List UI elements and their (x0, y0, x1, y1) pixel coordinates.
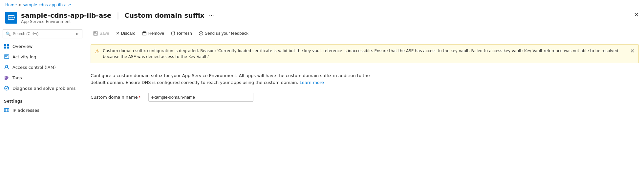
sidebar-item-activity-label: Activity log (12, 54, 36, 59)
alert-banner: ⚠ Custom domain suffix configuration is … (91, 44, 639, 63)
main-content: Save ✕ Discard Remove Refresh Send us yo… (85, 27, 644, 179)
svg-rect-3 (4, 44, 6, 46)
sidebar-item-diagnose[interactable]: Diagnose and solve problems (0, 83, 85, 93)
sidebar-item-overview[interactable]: Overview (0, 41, 85, 51)
page-header: www sample-cdns-app-ilb-ase | Custom dom… (0, 10, 644, 27)
search-box[interactable]: 🔍 « (3, 29, 82, 38)
sidebar-item-tags[interactable]: Tags (0, 72, 85, 83)
sidebar-item-overview-label: Overview (12, 44, 32, 49)
required-indicator: * (139, 95, 141, 100)
remove-button[interactable]: Remove (140, 29, 167, 37)
title-sep: | (117, 11, 119, 19)
toolbar: Save ✕ Discard Remove Refresh Send us yo… (85, 27, 644, 40)
resource-type-label: App Service Environment (21, 19, 216, 24)
svg-rect-4 (7, 44, 9, 46)
refresh-icon (171, 31, 175, 36)
overview-icon (4, 44, 9, 49)
refresh-button[interactable]: Refresh (168, 29, 195, 37)
alert-close-button[interactable]: ✕ (630, 48, 634, 54)
feedback-icon (199, 31, 203, 36)
svg-rect-5 (4, 47, 6, 49)
access-control-icon (4, 65, 9, 70)
alert-icon: ⚠ (95, 48, 99, 54)
svg-rect-12 (4, 109, 9, 112)
domain-label: Custom domain name* (91, 95, 143, 100)
svg-rect-17 (94, 33, 97, 35)
ip-addresses-icon (4, 108, 9, 113)
svg-point-11 (5, 77, 6, 78)
learn-more-link[interactable]: Learn more (300, 80, 324, 85)
diagnose-icon (4, 86, 9, 91)
page-title: sample-cdns-app-ilb-ase (21, 11, 112, 19)
sidebar-item-diagnose-label: Diagnose and solve problems (12, 86, 75, 91)
svg-point-10 (6, 65, 8, 67)
sidebar-item-access-control[interactable]: Access control (IAM) (0, 62, 85, 72)
breadcrumb-home[interactable]: Home (5, 3, 17, 7)
breadcrumb: Home > sample-cdns-app-ilb-ase (0, 0, 644, 10)
sidebar-item-tags-label: Tags (12, 75, 22, 80)
feedback-button[interactable]: Send us your feedback (196, 29, 251, 37)
breadcrumb-sep: > (18, 3, 21, 7)
search-input[interactable] (13, 31, 65, 36)
svg-rect-16 (94, 31, 96, 33)
sidebar-item-ip-addresses[interactable]: IP addresses (0, 105, 85, 115)
sidebar-item-ip-label: IP addresses (12, 108, 39, 113)
sidebar-item-activity-log[interactable]: Activity log (0, 51, 85, 62)
close-button[interactable]: ✕ (634, 11, 639, 18)
sidebar: 🔍 « Overview Activity log Access control… (0, 27, 85, 179)
sidebar-item-access-label: Access control (IAM) (12, 65, 56, 70)
more-options-button[interactable]: ··· (207, 11, 216, 19)
tags-icon (4, 75, 9, 80)
title-group: sample-cdns-app-ilb-ase | Custom domain … (21, 11, 216, 24)
svg-text:www: www (9, 16, 15, 19)
settings-section-label: Settings (0, 95, 85, 105)
save-icon (93, 31, 98, 36)
svg-rect-20 (143, 31, 145, 32)
discard-icon: ✕ (116, 31, 119, 36)
alert-message: Custom domain suffix configuration is de… (103, 48, 627, 60)
resource-icon: www (5, 12, 17, 24)
breadcrumb-current[interactable]: sample-cdns-app-ilb-ase (23, 3, 71, 7)
page-subtitle-title: Custom domain suffix (124, 11, 204, 19)
svg-rect-6 (7, 47, 9, 49)
remove-icon (142, 31, 147, 36)
description-text: Configure a custom domain suffix for you… (91, 72, 386, 86)
activity-log-icon (4, 54, 9, 59)
content-area: Configure a custom domain suffix for you… (85, 67, 644, 179)
svg-rect-18 (143, 32, 146, 35)
custom-domain-input[interactable] (148, 93, 253, 102)
custom-domain-form-row: Custom domain name* (91, 93, 639, 102)
discard-button[interactable]: ✕ Discard (113, 29, 138, 37)
search-icon: 🔍 (6, 31, 11, 36)
save-button[interactable]: Save (91, 29, 112, 37)
collapse-button[interactable]: « (75, 31, 79, 37)
